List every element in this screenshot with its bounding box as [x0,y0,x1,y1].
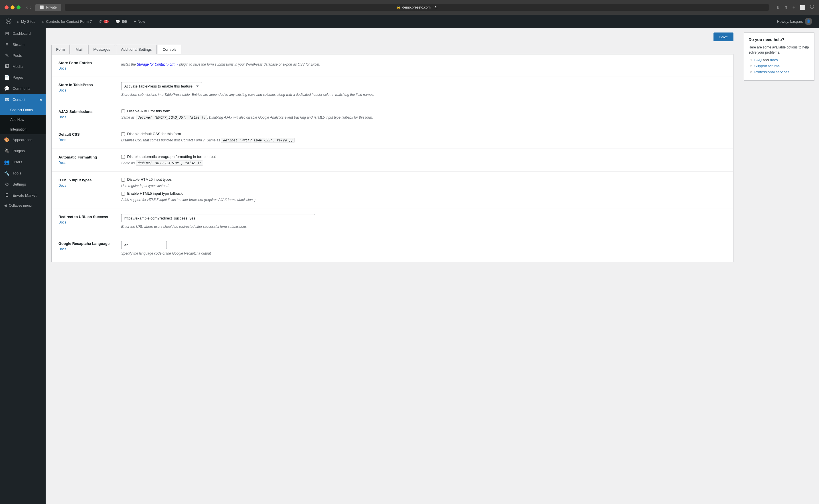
appearance-icon: 🎨 [4,137,10,143]
admin-bar-editform[interactable]: ⌂ Controls for Contact Form 7 [39,15,95,28]
address-bar[interactable]: 🔒 demo.preseto.com ↻ [65,4,769,11]
tab-messages[interactable]: Messages [88,45,115,54]
ajax-checkbox-label[interactable]: Disable AJAX for this form [127,109,170,113]
controls-panel: Store Form Entries Docs Install the Stor… [51,54,733,262]
admin-bar-mysites[interactable]: ⌂ My Sites [14,15,39,28]
content-area: Save Form Mail Messages Additional Setti… [46,28,739,504]
tab-mail[interactable]: Mail [71,45,87,54]
sidebar-item-envato[interactable]: E Envato Market [0,190,46,201]
tablepress-select[interactable]: Activate TablePress to enable this featu… [121,82,202,90]
autoformat-code: define( 'WPCF7_AUTOP', false ); [136,160,203,166]
settings-row-html5: HTML5 input types Docs Disable HTML5 inp… [52,172,733,208]
sidebar-item-appearance[interactable]: 🎨 Appearance [0,134,46,145]
sidebar-item-comments[interactable]: 💬 Comments [0,83,46,94]
ajax-description: Same as define( 'WPCF7_LOAD_JS', false )… [121,115,726,120]
sidebar-item-contact[interactable]: ✉ Contact ◀ [0,94,46,105]
html5-disable-row: Disable HTML5 input types [121,177,726,182]
tab-additional-settings[interactable]: Additional Settings [116,45,156,54]
html5-disable-checkbox[interactable] [121,178,125,182]
css-checkbox-label[interactable]: Disable default CSS for this form [127,132,181,136]
sidebar-item-dashboard[interactable]: ⊞ Dashboard [0,28,46,39]
css-checkbox-row: Disable default CSS for this form [121,132,726,136]
html5-title: HTML5 input types [58,178,115,182]
html5-docs[interactable]: Docs [58,184,66,188]
sidebar-item-users[interactable]: 👥 Users [0,157,46,168]
browser-tab[interactable]: ⬜ Private [35,4,61,11]
howdy-text: Howdy, kaspars [777,19,803,24]
collapse-menu-button[interactable]: ◀ Collapse menu [0,201,46,210]
html5-label: HTML5 input types Docs [58,177,121,202]
minimize-button[interactable] [11,5,15,9]
css-docs[interactable]: Docs [58,138,66,142]
refresh-icon[interactable]: ↻ [435,5,438,9]
recaptcha-title: Google Recaptcha Language [58,241,115,246]
html5-fallback-checkbox[interactable] [121,192,125,196]
redirect-docs[interactable]: Docs [58,220,66,224]
admin-bar-new[interactable]: + New [130,15,149,28]
updates-badge: 2 [103,20,109,23]
html5-fallback-label[interactable]: Enable HTML5 input type fallback [127,191,182,196]
sidebar-item-stream[interactable]: ≡ Stream [0,39,46,50]
ajax-code: define( 'WPCF7_LOAD_JS', false ); [136,115,207,120]
collapse-icon: ◀ [4,204,7,208]
sidebar-item-posts[interactable]: ✎ Posts [0,50,46,61]
autoformat-docs[interactable]: Docs [58,161,66,165]
sidebar-item-settings[interactable]: ⚙ Settings [0,179,46,190]
admin-bar-right: Howdy, kaspars 👤 [773,15,816,28]
html5-fallback-row: Enable HTML5 input type fallback [121,191,726,196]
tab-controls[interactable]: Controls [158,45,181,54]
css-description: Disables CSS that comes bundled with Con… [121,138,726,143]
settings-row-ajax: AJAX Submissions Docs Disable AJAX for t… [52,103,733,126]
close-button[interactable] [5,5,9,9]
docs-link[interactable]: docs [770,58,778,62]
tabs-icon[interactable]: ⬜ [800,5,805,10]
settings-row-recaptcha: Google Recaptcha Language Docs Specify t… [52,235,733,262]
sidebar-item-tools[interactable]: 🔧 Tools [0,168,46,179]
sidebar-item-plugins[interactable]: 🔌 Plugins [0,145,46,157]
sidebar-item-media[interactable]: 🖼 Media [0,61,46,72]
download-icon[interactable]: ⬇ [776,5,780,10]
html5-disable-label[interactable]: Disable HTML5 input types [127,177,172,182]
new-tab-icon[interactable]: + [792,5,795,10]
settings-row-store-entries: Store Form Entries Docs Install the Stor… [52,54,733,76]
tab-form[interactable]: Form [51,45,70,54]
ajax-content: Disable AJAX for this form Same as defin… [121,109,726,120]
help-title: Do you need help? [749,37,810,42]
forward-button[interactable]: › [30,5,31,10]
extensions-icon[interactable]: 🛡 [810,5,814,10]
dashboard-icon: ⊞ [4,31,10,36]
support-forums-link[interactable]: Support forums [754,64,780,68]
sidebar-item-pages[interactable]: 📄 Pages [0,72,46,83]
store-entries-content: Install the Storage for Contact Form 7 p… [121,60,726,70]
recaptcha-docs[interactable]: Docs [58,247,66,251]
share-icon[interactable]: ⬆ [784,5,788,10]
admin-bar-updates[interactable]: ↺ 2 [95,15,112,28]
css-checkbox[interactable] [121,132,125,136]
wordpress-logo[interactable]: W [3,16,14,27]
sidebar-item-integration[interactable]: Integration [0,125,46,134]
storage-plugin-link[interactable]: Storage for Contact Form 7 [137,62,178,66]
maximize-button[interactable] [17,5,21,9]
autoformat-checkbox-label[interactable]: Disable automatic paragraph formatting i… [127,155,216,159]
admin-bar-user[interactable]: Howdy, kaspars 👤 [773,15,816,28]
ajax-docs[interactable]: Docs [58,115,66,119]
redirect-description: Enter the URL where users should be redi… [121,224,726,229]
redirect-input[interactable] [121,214,315,222]
sidebar-item-add-new[interactable]: Add New [0,115,46,125]
autoformat-checkbox[interactable] [121,155,125,159]
help-link-item-1: FAQ and docs [754,58,810,62]
lock-icon: 🔒 [396,5,400,9]
sidebar-item-contact-forms[interactable]: Contact Forms [0,105,46,115]
ajax-checkbox[interactable] [121,109,125,113]
back-button[interactable]: ‹ [26,5,28,10]
admin-bar-comments[interactable]: 💬 0 [112,15,130,28]
settings-row-tablepress: Store in TablePress Docs Activate TableP… [52,76,733,103]
recaptcha-input[interactable] [121,241,167,249]
faq-link[interactable]: FAQ [754,58,762,62]
store-entries-docs[interactable]: Docs [58,66,66,70]
professional-services-link[interactable]: Professional services [754,70,789,74]
tablepress-docs[interactable]: Docs [58,88,66,92]
redirect-title: Redirect to URL on Success [58,215,115,219]
sidebar-right: Do you need help? Here are some availabl… [739,28,819,504]
save-button[interactable]: Save [714,32,733,41]
